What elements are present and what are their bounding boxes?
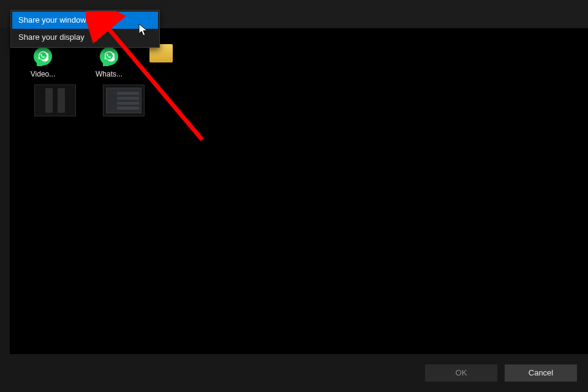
desktop-item-label: Whats... (81, 70, 137, 78)
content-area: Video... Whats... (10, 28, 588, 354)
menu-item-share-display[interactable]: Share your display (12, 29, 158, 46)
dialog-button-bar: OK Cancel (0, 354, 588, 392)
desktop-item-label: Video... (15, 70, 71, 78)
ok-button[interactable]: OK (425, 364, 497, 382)
screen: Video... Whats... OK Cancel (0, 0, 588, 392)
window-thumbnail[interactable] (34, 85, 76, 116)
window-thumbnail[interactable] (103, 85, 145, 116)
cancel-button[interactable]: Cancel (505, 364, 577, 382)
desktop-item-video[interactable]: Video... (15, 44, 71, 78)
share-context-menu: Share your window Share your display (10, 10, 160, 48)
whatsapp-icon (98, 45, 120, 67)
menu-item-share-window[interactable]: Share your window (12, 12, 158, 29)
whatsapp-icon (32, 45, 54, 67)
desktop-items: Video... Whats... (15, 44, 137, 78)
thumbnail-row (34, 85, 145, 116)
desktop-item-whatsapp[interactable]: Whats... (81, 44, 137, 78)
